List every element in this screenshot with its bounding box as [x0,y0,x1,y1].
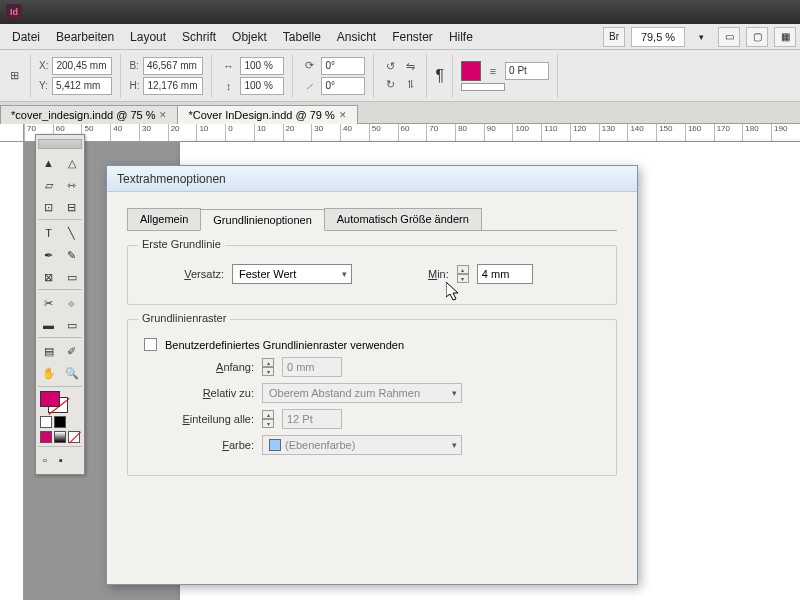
gap-tool[interactable]: ⇿ [61,175,82,195]
offset-combo[interactable]: Fester Wert [232,264,352,284]
screen-mode-icon[interactable]: ▢ [746,27,768,47]
gradient-feather-tool[interactable]: ▭ [61,315,82,335]
scissors-tool[interactable]: ✂ [38,293,59,313]
tab-baseline-options[interactable]: Grundlinienoptionen [200,209,324,231]
menu-datei[interactable]: Datei [4,30,48,44]
vertical-ruler[interactable] [0,142,24,600]
first-baseline-fieldset: Erste Grundlinie VVersatz:ersatz: Fester… [127,245,617,305]
tab-general[interactable]: Allgemein [127,208,201,230]
x-input[interactable]: 200,45 mm [52,57,112,75]
ruler-tick: 30 [139,124,168,141]
zoom-dropdown-icon[interactable]: ▾ [691,32,712,42]
fill-swatch[interactable] [461,61,481,81]
menu-objekt[interactable]: Objekt [224,30,275,44]
min-spinner[interactable]: ▴▾ [457,265,469,283]
y-input[interactable]: 5,412 mm [52,77,112,95]
menu-bearbeiten[interactable]: Bearbeiten [48,30,122,44]
min-input[interactable]: 4 mm [477,264,533,284]
selection-tool[interactable]: ▲ [38,153,59,173]
ruler-tick: 160 [685,124,714,141]
ruler-corner [0,124,24,142]
menu-hilfe[interactable]: Hilfe [441,30,481,44]
direct-selection-tool[interactable]: △ [61,153,82,173]
content-placer-tool[interactable]: ⊟ [61,197,82,217]
rotate-cw-icon[interactable]: ↻ [382,77,398,93]
gradient-swatch-tool[interactable]: ▬ [38,315,59,335]
dialog-tabs: Allgemein Grundlinienoptionen Automatisc… [127,208,617,231]
color-label: Farbe: [144,439,254,451]
apply-black[interactable] [54,416,66,428]
ruler-tick: 10 [196,124,225,141]
menu-layout[interactable]: Layout [122,30,174,44]
note-tool[interactable]: ▤ [38,341,59,361]
view-mode-icon[interactable]: ▭ [718,27,740,47]
doc-tab-1-label: *cover_indesign.indd @ 75 % [11,109,155,121]
menu-ansicht[interactable]: Ansicht [329,30,384,44]
flip-h-icon[interactable]: ⇋ [402,59,418,75]
doc-tab-2-label: *Cover InDesign.indd @ 79 % [188,109,334,121]
content-collector-tool[interactable]: ⊡ [38,197,59,217]
zoom-tool[interactable]: 🔍 [61,363,82,383]
bridge-button[interactable]: Br [603,27,625,47]
close-icon[interactable]: ✕ [159,110,167,120]
apply-gradient[interactable] [54,431,66,443]
reference-point-icon[interactable]: ⊞ [6,68,22,84]
rectangle-tool[interactable]: ▭ [61,267,82,287]
ruler-tick: 190 [771,124,800,141]
close-icon[interactable]: ✕ [339,110,347,120]
free-transform-tool[interactable]: ⟐ [61,293,82,313]
menu-fenster[interactable]: Fenster [384,30,441,44]
ruler-tick: 20 [168,124,197,141]
zoom-level[interactable]: 79,5 % [631,27,685,47]
shear-input[interactable]: 0° [321,77,365,95]
custom-grid-checkbox[interactable] [144,338,157,351]
doc-tab-2[interactable]: *Cover InDesign.indd @ 79 %✕ [177,105,357,124]
tab-autosize[interactable]: Automatisch Größe ändern [324,208,482,230]
ruler-tick: 80 [455,124,484,141]
eyedropper-tool[interactable]: ✐ [61,341,82,361]
increment-input: 12 Pt [282,409,342,429]
menu-schrift[interactable]: Schrift [174,30,224,44]
rotate-input[interactable]: 0° [321,57,365,75]
dialog-title[interactable]: Textrahmenoptionen [107,166,637,192]
apply-none[interactable] [68,431,80,443]
arrange-icon[interactable]: ▦ [774,27,796,47]
preview-mode[interactable]: ▪ [54,450,68,470]
pencil-tool[interactable]: ✎ [61,245,82,265]
menu-tabelle[interactable]: Tabelle [275,30,329,44]
flip-v-icon[interactable]: ⥮ [402,77,418,93]
page-tool[interactable]: ▱ [38,175,59,195]
ruler-tick: 90 [484,124,513,141]
ruler-tick: 170 [714,124,743,141]
ruler-tick: 100 [512,124,541,141]
type-tool[interactable]: T [38,223,59,243]
paragraph-style-icon[interactable]: ¶ [435,67,444,85]
start-spinner: ▴▾ [262,358,274,376]
baseline-grid-legend: Grundlinienraster [138,312,230,324]
h-input[interactable]: 12,176 mm [143,77,203,95]
rotate-ccw-icon[interactable]: ↺ [382,59,398,75]
baseline-grid-fieldset: Grundlinienraster Benutzerdefiniertes Gr… [127,319,617,476]
panel-grip[interactable] [38,139,82,149]
stroke-input[interactable]: 0 Pt [505,62,549,80]
scale-x-icon: ↔ [220,58,236,74]
apply-last-color[interactable] [40,431,52,443]
line-tool[interactable]: ╲ [61,223,82,243]
stroke-style[interactable] [461,83,505,91]
color-swatch-icon [269,439,281,451]
ruler-tick: 120 [570,124,599,141]
rectangle-frame-tool[interactable]: ⊠ [38,267,59,287]
tools-panel[interactable]: ▲△ ▱⇿ ⊡⊟ T╲ ✒✎ ⊠▭ ✂⟐ ▬▭ ▤✐ ✋🔍 ▫▪ [35,134,85,475]
w-input[interactable]: 46,567 mm [143,57,203,75]
doc-tab-1[interactable]: *cover_indesign.indd @ 75 %✕ [0,105,178,124]
pen-tool[interactable]: ✒ [38,245,59,265]
scale-y-input[interactable]: 100 % [240,77,284,95]
fill-stroke-swatch[interactable] [40,391,68,413]
scale-x-input[interactable]: 100 % [240,57,284,75]
hand-tool[interactable]: ✋ [38,363,59,383]
ruler-tick: 180 [742,124,771,141]
app-icon: Id [6,4,22,20]
apply-color[interactable] [40,416,52,428]
normal-mode[interactable]: ▫ [38,450,52,470]
horizontal-ruler[interactable]: 7060504030201001020304050607080901001101… [24,124,800,142]
